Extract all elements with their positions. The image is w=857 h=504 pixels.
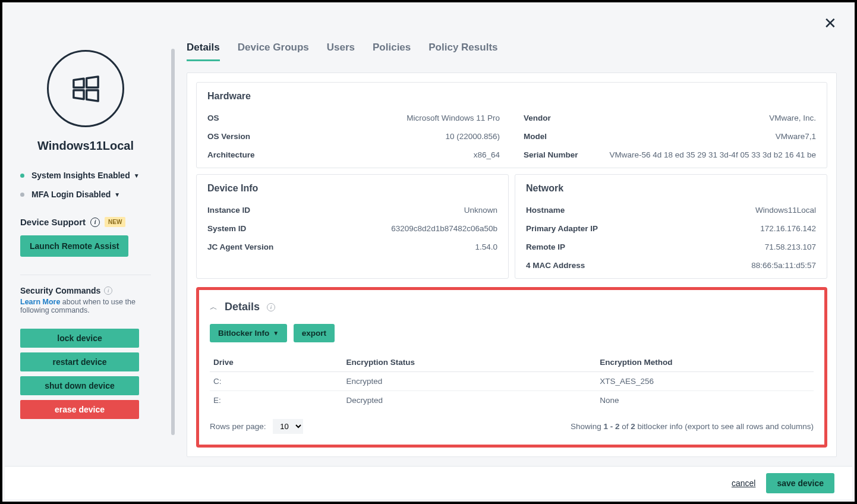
chevron-up-icon[interactable]: ︿ (210, 302, 218, 313)
export-button[interactable]: export (294, 324, 335, 342)
erase-device-button[interactable]: erase device (20, 400, 139, 419)
card-title: Network (526, 183, 816, 194)
table-row: E: Decrypted None (210, 391, 814, 410)
learn-more-link[interactable]: Learn More (20, 298, 60, 306)
bitlocker-table: Drive Encryption Status Encryption Metho… (210, 353, 814, 410)
new-badge: NEW (105, 217, 125, 227)
kv-row: Primary Adapter IP172.16.176.142 (526, 219, 816, 238)
device-info-card: Device Info Instance IDUnknown System ID… (196, 174, 509, 279)
cancel-link[interactable]: cancel (732, 478, 755, 488)
info-icon[interactable]: i (104, 286, 112, 295)
system-insights-status[interactable]: System Insights Enabled ▼ (20, 171, 151, 180)
rows-per-page-select[interactable]: 10 (273, 419, 303, 434)
details-panel: ︿ Details i Bitlocker Info ▼ export Driv… (196, 287, 827, 448)
chevron-down-icon: ▼ (134, 172, 140, 179)
card-title: Device Info (207, 183, 497, 194)
hardware-card: Hardware OSMicrosoft Windows 11 Pro OS V… (196, 82, 827, 168)
kv-row: System ID63209c8d2d1b87482c06a50b (207, 219, 497, 238)
tab-policies[interactable]: Policies (373, 42, 411, 61)
tab-bar: Details Device Groups Users Policies Pol… (187, 42, 837, 62)
kv-row: OSMicrosoft Windows 11 Pro (207, 109, 500, 127)
table-row: C: Encrypted XTS_AES_256 (210, 372, 814, 391)
kv-row: Remote IP71.58.213.107 (526, 238, 816, 256)
kv-row: HostnameWindows11Local (526, 201, 816, 219)
status-label: MFA Login Disabled (31, 190, 111, 199)
kv-row: ModelVMware7,1 (524, 127, 816, 146)
lock-device-button[interactable]: lock device (20, 329, 139, 348)
security-commands-desc: Learn More about when to use the followi… (20, 298, 151, 314)
tab-policy-results[interactable]: Policy Results (428, 42, 497, 61)
status-dot-icon (20, 174, 24, 178)
network-card: Network HostnameWindows11Local Primary A… (515, 174, 827, 279)
tab-details[interactable]: Details (187, 42, 220, 61)
shut-down-device-button[interactable]: shut down device (20, 376, 139, 395)
kv-row: OS Version10 (22000.856) (207, 127, 500, 146)
kv-row: Serial NumberVMware-56 4d 18 ed 35 29 31… (524, 146, 816, 159)
col-encryption-status: Encryption Status (343, 353, 597, 372)
mfa-login-status[interactable]: MFA Login Disabled ▼ (20, 190, 151, 199)
device-name: Windows11Local (20, 139, 151, 153)
tab-users[interactable]: Users (327, 42, 355, 61)
showing-text: Showing 1 - 2 of 2 bitlocker info (expor… (571, 422, 814, 431)
scrollbar-thumb[interactable] (171, 49, 175, 435)
device-support-label: Device Support (20, 217, 86, 227)
rows-per-page: Rows per page: 10 (210, 419, 303, 434)
tab-device-groups[interactable]: Device Groups (238, 42, 309, 61)
kv-row: JC Agent Version1.54.0 (207, 238, 497, 251)
content-wrap: Hardware OSMicrosoft Windows 11 Pro OS V… (187, 73, 837, 457)
col-encryption-method: Encryption Method (596, 353, 814, 372)
main-content: Details Device Groups Users Policies Pol… (187, 42, 837, 457)
save-device-button[interactable]: save device (766, 473, 834, 493)
kv-row: VendorVMware, Inc. (524, 109, 816, 127)
status-dot-icon (20, 193, 24, 197)
chevron-down-icon: ▼ (114, 191, 120, 198)
col-drive: Drive (210, 353, 343, 372)
status-label: System Insights Enabled (31, 171, 130, 180)
footer-bar: cancel save device (5, 466, 852, 499)
chevron-down-icon: ▼ (273, 330, 279, 336)
close-icon[interactable]: ✕ (824, 15, 837, 31)
sidebar: Windows11Local System Insights Enabled ▼… (20, 50, 151, 424)
info-icon[interactable]: i (267, 303, 275, 311)
restart-device-button[interactable]: restart device (20, 352, 139, 371)
security-commands-title: Security Commands (20, 286, 100, 295)
windows-device-icon (47, 50, 124, 127)
info-icon[interactable]: i (90, 218, 100, 227)
kv-row: Instance IDUnknown (207, 201, 497, 219)
launch-remote-assist-button[interactable]: Launch Remote Assist (20, 235, 128, 257)
kv-row: 4 MAC Address88:66:5a:11:d5:57 (526, 256, 816, 270)
details-title: Details (225, 301, 260, 313)
card-title: Hardware (207, 91, 816, 102)
kv-row: Architecturex86_64 (207, 146, 500, 159)
bitlocker-info-dropdown[interactable]: Bitlocker Info ▼ (210, 324, 287, 342)
